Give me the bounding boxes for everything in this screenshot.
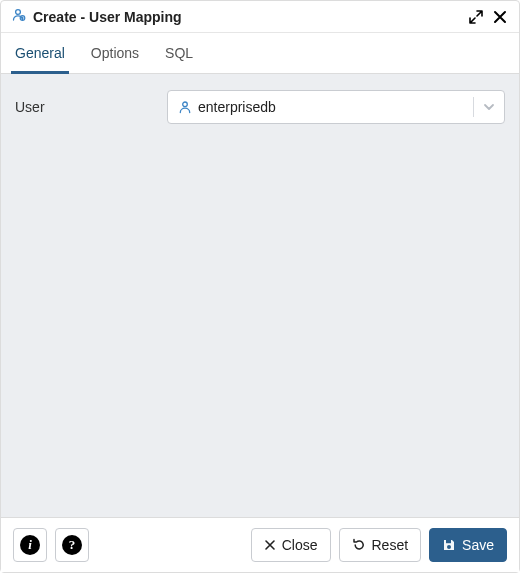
user-select-value: enterprisedb: [198, 99, 469, 115]
svg-point-4: [447, 545, 451, 549]
close-x-icon: [264, 539, 276, 551]
reset-icon: [352, 538, 366, 552]
info-button[interactable]: i: [13, 528, 47, 562]
dialog-title: Create - User Mapping: [33, 9, 461, 25]
svg-point-0: [16, 10, 21, 15]
expand-icon[interactable]: [467, 8, 485, 26]
titlebar: Create - User Mapping: [1, 1, 519, 33]
info-icon: i: [20, 535, 40, 555]
reset-button[interactable]: Reset: [339, 528, 422, 562]
svg-point-2: [183, 102, 188, 107]
user-select[interactable]: enterprisedb: [167, 90, 505, 124]
user-row: User enterprisedb: [15, 90, 505, 124]
select-separator: [473, 97, 474, 117]
reset-button-label: Reset: [372, 537, 409, 553]
close-button[interactable]: Close: [251, 528, 331, 562]
save-button-label: Save: [462, 537, 494, 553]
help-icon: ?: [62, 535, 82, 555]
content-panel: User enterprisedb: [1, 74, 519, 517]
save-button[interactable]: Save: [429, 528, 507, 562]
close-button-label: Close: [282, 537, 318, 553]
create-user-mapping-dialog: Create - User Mapping General Options SQ…: [0, 0, 520, 573]
tab-options[interactable]: Options: [87, 33, 143, 74]
help-button[interactable]: ?: [55, 528, 89, 562]
save-icon: [442, 538, 456, 552]
user-label: User: [15, 99, 157, 115]
tab-general[interactable]: General: [11, 33, 69, 74]
tab-sql[interactable]: SQL: [161, 33, 197, 74]
chevron-down-icon: [482, 100, 496, 114]
user-mapping-icon: [11, 7, 27, 26]
tab-bar: General Options SQL: [1, 33, 519, 74]
svg-rect-3: [446, 540, 451, 543]
close-icon[interactable]: [491, 8, 509, 26]
user-icon: [178, 100, 192, 114]
footer: i ? Close Reset Save: [1, 517, 519, 572]
